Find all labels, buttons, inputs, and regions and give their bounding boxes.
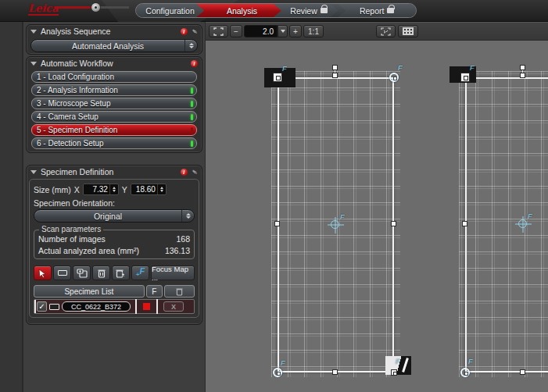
zoom-value-field[interactable]: 2.0 (244, 25, 278, 37)
status-indicator (191, 87, 193, 94)
expand-view-button[interactable] (376, 25, 396, 37)
fit-view-icon (213, 27, 224, 36)
scan-parameters-title: Scan parameters (39, 225, 103, 233)
panel-title: Analysis Sequence (41, 27, 177, 36)
specimen-list-header[interactable]: Specimen List (34, 285, 145, 298)
handle-bottom-right[interactable] (391, 369, 397, 376)
collapse-triangle-icon[interactable] (30, 170, 37, 174)
rectangle-tool-button[interactable] (53, 265, 71, 280)
canvas-area: − 2.0 + 1:1 (205, 22, 548, 392)
pin-icon[interactable]: ✒ (190, 167, 199, 176)
delete-column-header[interactable] (164, 285, 195, 298)
specimen-checkbox[interactable]: ✓ (37, 301, 47, 312)
sidebar-edge-strip (0, 22, 23, 392)
handle-top-left-2[interactable] (460, 73, 470, 82)
focus-point-marker-2[interactable] (518, 219, 527, 228)
add-focus-point-button[interactable]: +F (131, 265, 149, 280)
handle-bottom-left[interactable] (273, 368, 282, 377)
x-label: X (74, 185, 80, 194)
stepper-icon[interactable] (157, 184, 166, 194)
focus-status-square[interactable] (143, 303, 150, 310)
select-tool-button[interactable] (34, 265, 52, 280)
column-divider (135, 299, 137, 314)
handle-top-mid[interactable] (332, 73, 338, 78)
tab-report[interactable]: Report (338, 4, 416, 17)
handle-left-mid-2[interactable] (462, 221, 467, 226)
delete-selected-button[interactable] (112, 265, 130, 280)
handle-bottom-mid-2[interactable] (520, 369, 525, 375)
handle-top-left[interactable] (273, 73, 282, 82)
dropdown-arrows-icon (184, 40, 197, 52)
panel-automatic-workflow: Automatic Workflow i 1 - Load Configurat… (26, 56, 202, 153)
workflow-step-4[interactable]: 4 - Camera Setup (31, 111, 197, 123)
collapse-triangle-icon[interactable] (30, 62, 37, 66)
lock-icon (387, 8, 394, 13)
progress-knob[interactable] (91, 2, 101, 12)
handle-top-right[interactable] (389, 73, 399, 82)
info-icon[interactable]: i (191, 60, 198, 67)
size-label: Size (mm) (34, 185, 71, 194)
chevron-down-icon (281, 30, 285, 33)
specimen-name-field[interactable]: CC_0622_B372 (62, 301, 131, 312)
focus-label: F (470, 64, 475, 72)
workflow-step-3[interactable]: 3 - Microscope Setup (31, 98, 197, 109)
focus-label: F (396, 358, 400, 365)
tab-configuration[interactable]: Configuration (136, 4, 204, 17)
tile-view-button[interactable] (398, 25, 418, 37)
specimen-rect-2[interactable] (465, 77, 548, 372)
stage-view[interactable]: F F F F F F F F (206, 41, 548, 377)
handle-bottom-left-2[interactable] (460, 368, 470, 377)
analysis-sequence-select[interactable]: Automated Analysis (30, 39, 198, 52)
handle-top-mid-2[interactable] (520, 73, 525, 78)
remove-specimen-button[interactable]: X (163, 301, 184, 312)
workflow-step-6[interactable]: 6 - Detection Setup (31, 137, 197, 149)
workflow-step-5[interactable]: 5 - Specimen Definition (31, 124, 197, 136)
size-y-field[interactable]: 18.60 (131, 184, 167, 195)
param-row: Actual analyzed area (mm²) 136.13 (38, 246, 190, 255)
status-indicator (191, 101, 193, 107)
pin-icon[interactable]: ✒ (190, 27, 199, 36)
stepper-icon[interactable] (109, 184, 118, 194)
orientation-select[interactable]: Original (34, 209, 195, 223)
focus-label: F (281, 359, 285, 367)
fit-view-button[interactable] (209, 25, 228, 37)
handle-right-mid[interactable] (391, 221, 396, 226)
workflow-tabstrip: Configuration Analysis Review Report (135, 3, 417, 18)
specimen-row[interactable]: ✓ CC_0622_B372 X (34, 299, 195, 314)
workflow-step-2[interactable]: 2 - Analysis Information (31, 84, 197, 96)
delete-button[interactable] (92, 265, 110, 280)
handle-bottom-mid[interactable] (332, 369, 338, 375)
specimen-shape-icon (49, 304, 59, 310)
panel-specimen-definition: Specimen Definition i ✒ Size (mm) X 7.32… (26, 165, 202, 325)
dropdown-arrows-icon (181, 210, 194, 222)
trash-icon (98, 269, 106, 278)
progress-line (55, 6, 94, 9)
zoom-out-button[interactable]: − (230, 25, 242, 37)
focus-column-header[interactable]: F (146, 285, 163, 298)
info-icon[interactable]: i (181, 169, 188, 176)
rotation-handle[interactable] (332, 65, 338, 70)
canvas-toolbar: − 2.0 + 1:1 (206, 22, 548, 41)
handle-left-mid[interactable] (274, 221, 280, 226)
tab-analysis[interactable]: Analysis (196, 4, 281, 17)
rotation-handle-2[interactable] (520, 65, 525, 70)
zoom-dropdown-button[interactable] (278, 25, 288, 37)
workflow-step-1[interactable]: 1 - Load Configuration (31, 71, 197, 83)
collapse-triangle-icon[interactable] (30, 30, 37, 34)
zoom-in-button[interactable]: + (289, 25, 302, 37)
focus-label: F (528, 212, 532, 220)
trash-cursor-icon (116, 269, 126, 278)
focus-map-button[interactable]: Focus Map ... (151, 265, 195, 280)
size-x-field[interactable]: 7.32 (83, 184, 119, 195)
panel-analysis-sequence: Analysis Sequence i ✒ Automated Analysis (26, 24, 202, 55)
expand-view-icon (381, 27, 391, 36)
add-focus-point-icon: +F (136, 267, 145, 279)
actual-size-button[interactable]: 1:1 (303, 25, 324, 37)
tab-review[interactable]: Review (274, 4, 338, 17)
focus-point-marker[interactable] (331, 220, 339, 229)
cursor-icon (38, 269, 47, 278)
copy-image-icon (77, 269, 88, 278)
info-icon[interactable]: i (181, 28, 188, 35)
focus-label: F (340, 213, 345, 221)
copy-image-button[interactable] (73, 265, 91, 280)
